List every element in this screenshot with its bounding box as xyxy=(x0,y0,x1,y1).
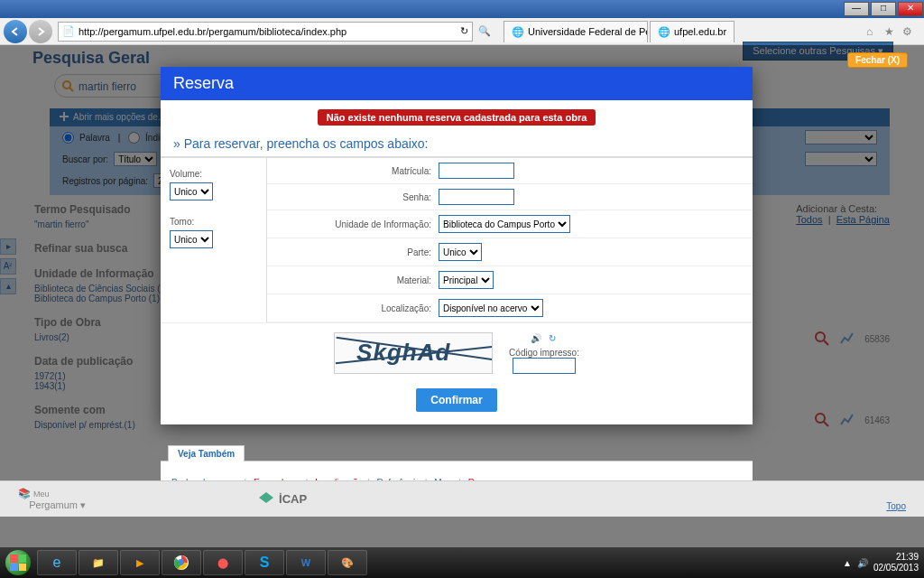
reserva-modal: Reserva Não existe nenhuma reserva cadas… xyxy=(161,67,753,424)
material-select[interactable]: Principal xyxy=(439,271,494,289)
localizacao-label: Localização: xyxy=(276,303,439,313)
back-button[interactable] xyxy=(4,20,27,43)
system-tray[interactable]: ▲ 🔊 21:3902/05/2013 xyxy=(837,552,924,573)
modal-alert: Não existe nenhuma reserva cadastrada pa… xyxy=(318,109,596,126)
favorites-icon[interactable]: ★ xyxy=(884,25,897,38)
tomo-label: Tomo: xyxy=(170,217,257,227)
taskbar-paint[interactable]: 🎨 xyxy=(328,550,367,575)
taskbar-explorer[interactable]: 📁 xyxy=(79,550,118,575)
page-footer: 📚 Meu Pergamum ▾ İCAP xyxy=(0,480,924,517)
codigo-input[interactable] xyxy=(513,358,576,374)
tab-label: ufpel.edu.br xyxy=(674,26,726,37)
matricula-label: Matrícula: xyxy=(276,166,439,176)
tab-label: Universidade Federal de Pel... xyxy=(528,26,648,37)
search-icon[interactable]: 🔍 xyxy=(478,25,491,37)
matricula-input[interactable] xyxy=(439,163,514,179)
tomo-select[interactable]: Unico xyxy=(170,230,213,248)
tab-ufpel-2[interactable]: 🌐 ufpel.edu.br xyxy=(650,21,735,42)
maximize-button[interactable]: □ xyxy=(871,2,896,16)
clock[interactable]: 21:3902/05/2013 xyxy=(873,552,919,573)
taskbar-app[interactable]: ⬤ xyxy=(203,550,243,575)
window-close-button[interactable]: ✕ xyxy=(898,2,923,16)
volume-select[interactable]: Unico xyxy=(170,182,213,200)
fechar-button[interactable]: Fechar (X) xyxy=(847,52,908,68)
start-button[interactable] xyxy=(0,547,36,578)
senha-input[interactable] xyxy=(439,189,514,205)
icap-logo[interactable]: İCAP xyxy=(257,490,307,508)
address-bar[interactable]: 📄 http://pergamum.ufpel.edu.br/pergamum/… xyxy=(58,22,473,42)
page-icon: 📄 xyxy=(62,25,75,37)
senha-label: Senha: xyxy=(276,192,439,202)
tools-icon[interactable]: ⚙ xyxy=(902,25,915,38)
taskbar-skype[interactable]: S xyxy=(245,550,284,575)
material-label: Material: xyxy=(276,275,439,285)
taskbar-chrome[interactable] xyxy=(162,550,201,575)
unidade-select[interactable]: Biblioteca do Campus Porto xyxy=(439,215,570,233)
refresh-icon[interactable]: ↻ xyxy=(460,25,468,37)
home-icon[interactable]: ⌂ xyxy=(866,25,879,38)
taskbar-media[interactable]: ▶ xyxy=(120,550,160,575)
modal-title: Reserva xyxy=(161,67,753,100)
forward-button[interactable] xyxy=(29,20,52,43)
unidade-label: Unidade de Informação: xyxy=(276,219,439,229)
veja-tambem-tab[interactable]: Veja Também xyxy=(168,445,245,461)
taskbar-word[interactable]: W xyxy=(286,550,326,575)
confirmar-button[interactable]: Confirmar xyxy=(416,388,496,412)
tab-ufpel-1[interactable]: 🌐 Universidade Federal de Pel... ✕ xyxy=(504,21,648,42)
captcha-refresh-icon[interactable]: ↻ xyxy=(546,333,559,346)
captcha-text: SkghAd xyxy=(356,339,450,367)
tray-flag-icon[interactable]: ▲ xyxy=(843,558,852,568)
codigo-label: Código impresso: xyxy=(509,348,579,358)
captcha-audio-icon[interactable]: 🔊 xyxy=(530,333,542,346)
volume-label: Volume: xyxy=(170,169,257,179)
modal-subtitle: » Para reservar, preencha os campos abai… xyxy=(161,131,753,157)
pergamum-logo[interactable]: 📚 Meu Pergamum ▾ xyxy=(18,488,86,511)
minimize-button[interactable]: — xyxy=(844,2,869,16)
parte-select[interactable]: Unico xyxy=(439,243,482,261)
url-text: http://pergamum.ufpel.edu.br/pergamum/bi… xyxy=(79,26,346,37)
captcha-image: SkghAd xyxy=(334,332,493,374)
taskbar-ie[interactable]: e xyxy=(37,550,77,575)
window-titlebar: — □ ✕ xyxy=(0,0,924,18)
localizacao-select[interactable]: Disponível no acervo xyxy=(439,299,543,317)
tray-network-icon[interactable]: 🔊 xyxy=(857,558,868,568)
taskbar: e 📁 ▶ ⬤ S W 🎨 ▲ 🔊 21:3902/05/2013 xyxy=(0,547,924,578)
parte-label: Parte: xyxy=(276,247,439,257)
topo-link[interactable]: Topo xyxy=(886,501,906,511)
